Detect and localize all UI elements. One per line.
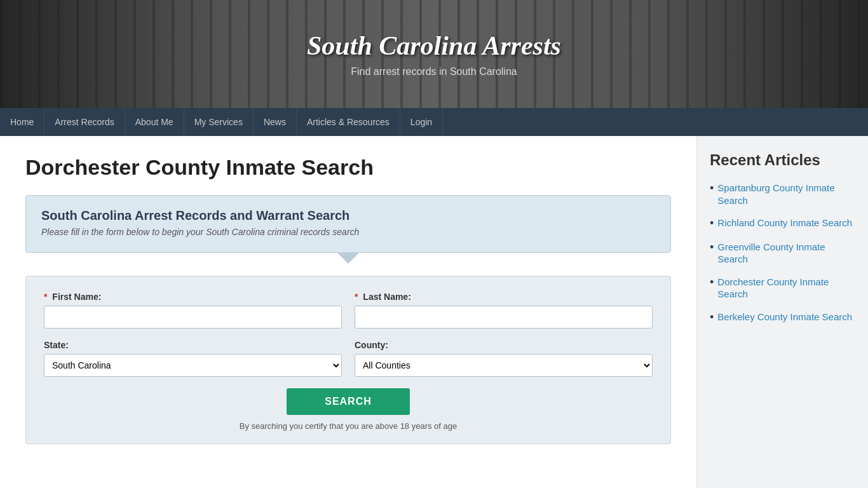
sidebar-article-link-4[interactable]: Berkeley County Inmate Search	[717, 311, 852, 323]
first-name-group: * First Name:	[44, 292, 342, 329]
last-name-group: * Last Name:	[355, 292, 653, 329]
nav-my-services[interactable]: My Services	[184, 108, 254, 136]
bullet-icon: •	[710, 217, 714, 231]
sidebar: Recent Articles •Spartanburg County Inma…	[696, 136, 868, 488]
search-box-subtitle: Please fill in the form below to begin y…	[41, 227, 655, 237]
county-select[interactable]: All Counties	[355, 354, 653, 377]
recent-articles-list: •Spartanburg County Inmate Search•Richla…	[710, 182, 855, 324]
sidebar-article-link-1[interactable]: Richland County Inmate Search	[717, 217, 852, 229]
nav-articles-resources[interactable]: Articles & Resources	[297, 108, 400, 136]
first-name-label: * First Name:	[44, 292, 342, 302]
sidebar-title: Recent Articles	[710, 151, 855, 169]
last-name-input[interactable]	[355, 306, 653, 329]
bullet-icon: •	[710, 241, 714, 255]
last-name-label: * Last Name:	[355, 292, 653, 302]
state-select[interactable]: South Carolina	[44, 354, 342, 377]
state-group: State: South Carolina	[44, 340, 342, 377]
main-content: Dorchester County Inmate Search South Ca…	[0, 136, 696, 488]
hero-section: South Carolina Arrests Find arrest recor…	[0, 0, 868, 108]
name-row: * First Name: * Last Name:	[44, 292, 653, 329]
sidebar-article-link-3[interactable]: Dorchester County Inmate Search	[717, 276, 855, 301]
nav-news[interactable]: News	[254, 108, 297, 136]
nav-arrest-records[interactable]: Arrest Records	[44, 108, 125, 136]
bullet-icon: •	[710, 276, 714, 290]
certify-text: By searching you certify that you are ab…	[240, 421, 458, 431]
sidebar-article-item: •Richland County Inmate Search	[710, 217, 855, 231]
county-label: County:	[355, 340, 653, 350]
search-box-header: South Carolina Arrest Records and Warran…	[25, 195, 671, 253]
page-wrap: Dorchester County Inmate Search South Ca…	[0, 136, 868, 488]
first-name-input[interactable]	[44, 306, 342, 329]
search-button[interactable]: SEARCH	[287, 388, 410, 415]
bullet-icon: •	[710, 182, 714, 196]
search-box-title: South Carolina Arrest Records and Warran…	[41, 208, 655, 223]
page-title: Dorchester County Inmate Search	[25, 155, 671, 180]
nav-home[interactable]: Home	[0, 108, 44, 136]
sidebar-article-item: •Greenville County Inmate Search	[710, 241, 855, 266]
sidebar-article-link-0[interactable]: Spartanburg County Inmate Search	[717, 182, 855, 207]
required-star-first: *	[44, 292, 47, 302]
nav-about-me[interactable]: About Me	[125, 108, 184, 136]
sidebar-article-link-2[interactable]: Greenville County Inmate Search	[717, 241, 855, 266]
nav-login[interactable]: Login	[400, 108, 443, 136]
bullet-icon: •	[710, 311, 714, 325]
sidebar-article-item: •Spartanburg County Inmate Search	[710, 182, 855, 207]
main-nav: Home Arrest Records About Me My Services…	[0, 108, 868, 136]
sidebar-article-item: •Berkeley County Inmate Search	[710, 311, 855, 325]
search-form: * First Name: * Last Name: State:	[25, 276, 671, 444]
state-label: State:	[44, 340, 342, 350]
required-star-last: *	[355, 292, 358, 302]
site-subtitle: Find arrest records in South Carolina	[351, 66, 517, 78]
search-button-row: SEARCH By searching you certify that you…	[44, 388, 653, 431]
sidebar-article-item: •Dorchester County Inmate Search	[710, 276, 855, 301]
site-title: South Carolina Arrests	[307, 30, 561, 61]
location-row: State: South Carolina County: All Counti…	[44, 340, 653, 377]
county-group: County: All Counties	[355, 340, 653, 377]
